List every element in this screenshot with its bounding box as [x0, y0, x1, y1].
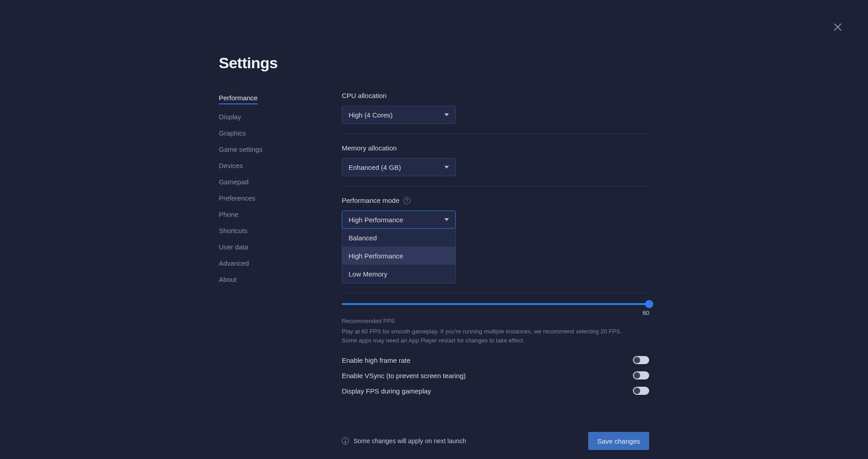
performance-mode-label-text: Performance mode — [342, 197, 400, 204]
sidebar-item-about[interactable]: About — [219, 276, 236, 283]
close-button[interactable] — [832, 22, 843, 33]
sidebar-item-user-data[interactable]: User data — [219, 243, 248, 251]
toggle-label: Enable high frame rate — [342, 356, 410, 364]
sidebar-item-devices[interactable]: Devices — [219, 162, 243, 169]
memory-allocation-select[interactable]: Enhanced (4 GB) — [342, 158, 456, 176]
sidebar-item-game-settings[interactable]: Game settings — [219, 145, 263, 153]
performance-mode-value: High Performance — [349, 216, 403, 224]
fps-slider[interactable] — [342, 303, 649, 305]
sidebar-item-preferences[interactable]: Preferences — [219, 194, 255, 202]
fps-hint-title: Recommended FPS — [342, 318, 649, 324]
performance-mode-option-high-performance[interactable]: High Performance — [342, 247, 455, 265]
toggle-label: Display FPS during gameplay — [342, 387, 431, 395]
cpu-allocation-select[interactable]: High (4 Cores) — [342, 106, 456, 124]
performance-mode-label: Performance mode ? — [342, 197, 649, 204]
chevron-down-icon — [444, 166, 449, 169]
performance-mode-select[interactable]: High Performance — [342, 211, 456, 229]
sidebar-item-graphics[interactable]: Graphics — [219, 129, 246, 137]
sidebar-item-performance[interactable]: Performance — [219, 94, 258, 104]
help-icon[interactable]: ? — [403, 197, 410, 204]
performance-mode-option-low-memory[interactable]: Low Memory — [342, 265, 455, 283]
fps-slider-thumb[interactable] — [645, 300, 653, 308]
toggle-knob — [634, 372, 640, 379]
performance-mode-dropdown: BalancedHigh PerformanceLow Memory — [342, 229, 456, 283]
sidebar-item-shortcuts[interactable]: Shortcuts — [219, 227, 247, 234]
sidebar-item-phone[interactable]: Phone — [219, 211, 238, 218]
memory-allocation-label: Memory allocation — [342, 144, 649, 152]
restart-notice: Some changes will apply on next launch — [342, 437, 466, 445]
restart-notice-text: Some changes will apply on next launch — [354, 437, 466, 445]
performance-mode-option-balanced[interactable]: Balanced — [342, 229, 455, 247]
fps-slider-value: 60 — [643, 309, 649, 316]
sidebar-item-display[interactable]: Display — [219, 113, 241, 121]
close-icon — [832, 22, 843, 33]
toggle-switch[interactable] — [633, 371, 649, 379]
toggle-label: Enable VSync (to prevent screen tearing) — [342, 372, 466, 379]
toggle-switch[interactable] — [633, 356, 649, 364]
toggle-row: Enable VSync (to prevent screen tearing) — [342, 368, 649, 383]
toggle-switch[interactable] — [633, 387, 649, 395]
info-icon — [342, 437, 349, 445]
chevron-down-icon — [444, 218, 449, 221]
cpu-allocation-value: High (4 Cores) — [349, 111, 393, 119]
divider — [342, 293, 649, 293]
sidebar-item-gamepad[interactable]: Gamepad — [219, 178, 249, 186]
settings-main-panel: CPU allocation High (4 Cores) Memory all… — [342, 92, 649, 450]
divider — [342, 186, 649, 187]
memory-allocation-value: Enhanced (4 GB) — [349, 164, 401, 171]
cpu-allocation-label: CPU allocation — [342, 92, 649, 99]
toggle-knob — [634, 357, 640, 363]
settings-sidebar: PerformanceDisplayGraphicsGame settingsD… — [219, 92, 342, 450]
sidebar-item-advanced[interactable]: Advanced — [219, 259, 249, 267]
toggle-row: Enable high frame rate — [342, 352, 649, 368]
page-title: Settings — [219, 54, 649, 72]
toggle-knob — [634, 388, 640, 394]
save-changes-button[interactable]: Save changes — [588, 432, 649, 450]
chevron-down-icon — [444, 113, 449, 116]
fps-hint-body: Play at 60 FPS for smooth gameplay. If y… — [342, 327, 631, 345]
toggle-row: Display FPS during gameplay — [342, 383, 649, 398]
divider — [342, 134, 649, 134]
